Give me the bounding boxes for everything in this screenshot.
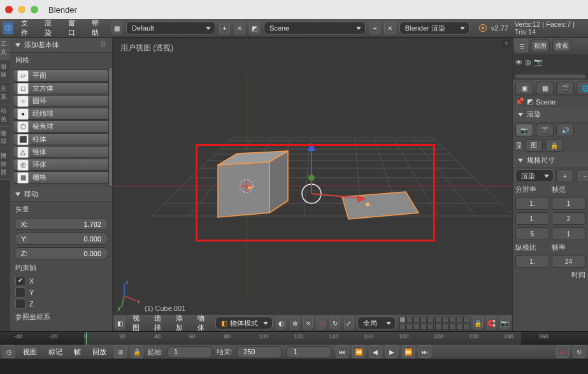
tab-player[interactable]: 播放器 [0, 149, 10, 180]
vp-menu-select[interactable]: 选择 [150, 312, 168, 331]
dimensions-panel-header[interactable]: 规格尺寸 [513, 153, 588, 168]
manipulator-translate-icon[interactable]: ↗ [317, 317, 326, 329]
render-vis-icon[interactable]: 📷 [534, 58, 543, 66]
layer-4[interactable] [420, 317, 427, 323]
orientation-dropdown[interactable]: 全局 [357, 317, 396, 329]
start-frame-field[interactable]: 1 [167, 346, 213, 358]
layer-8[interactable] [413, 324, 420, 330]
fps-dropdown[interactable]: 24 [552, 255, 585, 268]
res-x-field[interactable]: 1. [515, 197, 549, 210]
props-tab-render-icon[interactable]: ▣ [515, 82, 533, 94]
manipulator-toggle-icon[interactable]: ⤧ [303, 317, 313, 329]
layer-2[interactable] [406, 317, 413, 323]
manipulator-scale-icon[interactable]: ⤢ [344, 317, 354, 329]
layer-1[interactable] [399, 317, 406, 323]
scene-add-button[interactable]: + [369, 22, 380, 34]
scrollbar-h[interactable] [515, 75, 585, 78]
tl-menu-frame[interactable]: 帧 [70, 346, 85, 358]
scrollbar[interactable] [108, 68, 113, 187]
menu-help[interactable]: 帮助 [88, 17, 108, 39]
outliner-view-btn[interactable]: 视图 [531, 40, 550, 52]
tab-tools[interactable]: 工具 [0, 38, 10, 60]
add-primitive-header[interactable]: 添加基本体 ⠿ [10, 38, 112, 53]
lock-ui-icon[interactable]: 🔒 [545, 139, 563, 152]
vp-menu-view[interactable]: 视图 [129, 312, 147, 331]
jump-start-button[interactable]: ⏮ [336, 345, 348, 358]
layer-13[interactable] [449, 317, 455, 323]
tab-create[interactable]: 创建 [0, 60, 10, 82]
aspect-x-field[interactable]: 1. [515, 255, 549, 268]
layer-17[interactable] [442, 324, 448, 330]
editor-type-icon[interactable]: ◧ [115, 317, 125, 329]
layer-5[interactable] [427, 317, 434, 323]
snap-icon[interactable]: 🧲 [487, 317, 496, 329]
vector-x-field[interactable]: X:1.782 [14, 218, 108, 230]
lock-range-icon[interactable]: 🔒 [131, 345, 143, 358]
mesh-circle-button[interactable]: ○圆环 [13, 95, 110, 107]
preset-add-button[interactable]: + [556, 169, 574, 182]
outliner-body[interactable]: 👁 ◎ 📷 [513, 54, 588, 80]
scene-browse-icon[interactable]: ◩ [249, 22, 260, 34]
render-image-button[interactable]: 📷 [515, 124, 533, 136]
range-icon[interactable]: ⊞ [114, 345, 127, 358]
props-tab-scene-icon[interactable]: 🎬 [556, 82, 574, 94]
manipulator-rotate-icon[interactable]: ↻ [330, 317, 340, 329]
constraint-z-checkbox[interactable] [15, 299, 25, 309]
close-window-icon[interactable] [5, 6, 13, 13]
layer-7[interactable] [406, 324, 413, 330]
mesh-torus-button[interactable]: ◎环体 [13, 159, 110, 171]
layout-delete-button[interactable]: ✕ [234, 22, 245, 34]
layer-3[interactable] [413, 317, 420, 323]
timeline-editor-icon[interactable]: ◷ [3, 345, 15, 358]
layer-16[interactable] [435, 324, 441, 330]
tl-menu-marker[interactable]: 标记 [45, 346, 66, 358]
render-panel-header[interactable]: 渲染 [513, 107, 588, 122]
keyframe-prev-button[interactable]: ⏪ [352, 345, 365, 358]
mesh-icosphere-button[interactable]: ⬡棱角球 [13, 120, 110, 133]
vector-y-field[interactable]: Y:0.000 [14, 233, 108, 245]
zoom-window-icon[interactable] [31, 6, 38, 13]
render-preview-icon[interactable]: 📷 [500, 317, 510, 329]
mesh-grid-button[interactable]: ▦栅格 [13, 171, 110, 183]
layer-15[interactable] [463, 317, 470, 323]
constraint-x-checkbox[interactable]: ✔ [15, 276, 25, 286]
props-tab-layers-icon[interactable]: ▦ [536, 82, 554, 94]
layer-12[interactable] [442, 317, 448, 323]
outliner-type-icon[interactable]: ☰ [515, 40, 528, 52]
vp-menu-add[interactable]: 添加 [172, 312, 190, 331]
frame-start-field[interactable]: 1 [552, 197, 585, 210]
play-reverse-button[interactable]: ◀ [369, 345, 382, 358]
layout-add-button[interactable]: + [219, 22, 230, 34]
menu-render[interactable]: 渲染 [41, 17, 61, 39]
frame-step-field[interactable]: 1 [552, 227, 585, 240]
layer-9[interactable] [420, 324, 427, 330]
mesh-plane-button[interactable]: ▱平面 [13, 69, 110, 82]
outliner-search-btn[interactable]: 搜索 [552, 40, 571, 52]
layer-18[interactable] [449, 324, 455, 330]
pin-icon[interactable]: 📌 [515, 97, 524, 106]
tab-animation[interactable]: 动画 [0, 104, 10, 127]
vector-z-field[interactable]: Z:0.000 [14, 247, 108, 259]
tab-physics[interactable]: 物理 [0, 127, 10, 149]
layer-10[interactable] [427, 324, 434, 330]
menu-file[interactable]: 文件 [17, 17, 37, 39]
jump-end-button[interactable]: ⏭ [419, 345, 431, 358]
play-sound-button[interactable]: 🔊 [556, 124, 574, 136]
layer-11[interactable] [435, 317, 441, 323]
mesh-cone-button[interactable]: △锥体 [13, 146, 110, 158]
frame-end-field[interactable]: 2 [552, 212, 585, 225]
autokey-icon[interactable]: ● [556, 345, 569, 358]
tl-menu-playback[interactable]: 回放 [89, 346, 110, 358]
play-button[interactable]: ▶ [385, 345, 398, 358]
eye-icon[interactable]: 👁 [515, 59, 522, 66]
viewport-3d[interactable]: 用户视图 (透视) + [113, 38, 512, 331]
drag-handle-icon[interactable]: ⠿ [101, 41, 107, 49]
scene-delete-button[interactable]: ✕ [384, 22, 395, 34]
editor-type-icon[interactable]: ⓘ [3, 22, 13, 34]
layer-19[interactable] [456, 324, 463, 330]
props-tab-world-icon[interactable]: 🌐 [577, 82, 588, 94]
res-y-field[interactable]: 1. [515, 212, 549, 225]
scene-dropdown[interactable]: Scene [264, 22, 366, 34]
layout-dropdown[interactable]: Default [126, 22, 215, 34]
preset-remove-button[interactable]: − [577, 169, 588, 182]
